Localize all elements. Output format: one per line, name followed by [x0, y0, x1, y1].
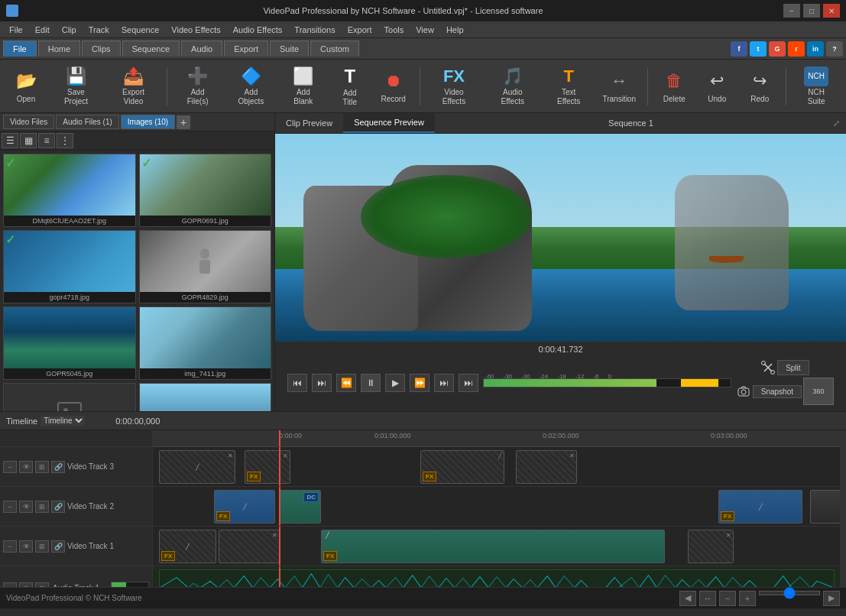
timeline-arrow-left[interactable]: ◀ [679, 591, 696, 606]
vt2-clip-3[interactable]: ╱ FX [718, 490, 802, 524]
close-button[interactable]: ✕ [823, 4, 840, 18]
add-media-tab-button[interactable]: + [177, 115, 190, 129]
track3-mute[interactable]: − [3, 461, 17, 473]
open-button[interactable]: 📂 Open [6, 63, 46, 109]
media-tool-btn-4[interactable]: ⋮ [57, 133, 73, 148]
media-item-8[interactable] [139, 383, 272, 411]
vt3-clip-3[interactable]: ╱ FX [420, 450, 504, 484]
menu-video-effects[interactable]: Video Effects [165, 24, 226, 36]
vt2-clip-4[interactable]: ✕ [810, 490, 840, 524]
rewind-start-button[interactable]: ⏮ [287, 374, 307, 392]
zoom-slider[interactable] [759, 591, 820, 595]
media-item-2[interactable]: ✓ GOPR0691.jpg [139, 154, 272, 227]
media-tab-audio-files[interactable]: Audio Files (1) [56, 115, 118, 129]
vt3-clip-4[interactable]: ✕ [516, 450, 577, 484]
media-item-1[interactable]: ✓ DMqt6ClUEAAO2ET.jpg [3, 154, 136, 227]
play-button[interactable]: ▶ [385, 374, 405, 392]
track3-lock[interactable]: 👁 [19, 461, 33, 473]
undo-button[interactable]: ↩ Undo [697, 63, 737, 109]
track2-lock[interactable]: 👁 [19, 501, 33, 513]
prev-marker-button[interactable]: ⏭ [312, 374, 332, 392]
audio-track-lock[interactable]: 👁 [19, 582, 33, 588]
clip-preview-tab[interactable]: Clip Preview [275, 114, 343, 132]
help-btn[interactable]: ? [826, 41, 843, 57]
track1-lock[interactable]: 👁 [19, 540, 33, 553]
maximize-button[interactable]: □ [803, 4, 820, 18]
video-effects-button[interactable]: FX Video Effects [426, 63, 482, 109]
sequence-preview-tab[interactable]: Sequence Preview [343, 113, 435, 133]
linkedin-btn[interactable]: in [807, 41, 824, 57]
media-item-4[interactable]: GOPR4829.jpg [139, 230, 272, 303]
track2-snap[interactable]: ⊞ [35, 501, 49, 513]
timeline-zoom-out[interactable]: − [719, 591, 736, 606]
delete-button[interactable]: 🗑 Delete [654, 63, 694, 109]
media-item-5[interactable]: GOPR5045.jpg [3, 306, 136, 380]
add-files-button[interactable]: ➕ Add File(s) [173, 63, 222, 109]
track1-link[interactable]: 🔗 [51, 540, 65, 553]
menu-edit[interactable]: Edit [29, 24, 56, 36]
add-title-button[interactable]: T Add Title [329, 63, 371, 109]
timeline-arrow-right[interactable]: ▶ [823, 591, 840, 606]
menu-transitions[interactable]: Transitions [288, 24, 341, 36]
timeline-zoom-in[interactable]: + [739, 591, 756, 606]
menu-clip[interactable]: Clip [56, 24, 83, 36]
menu-tools[interactable]: Tools [378, 24, 410, 36]
menu-sequence[interactable]: Sequence [115, 24, 166, 36]
facebook-btn[interactable]: f [731, 41, 747, 57]
redo-button[interactable]: ↪ Redo [740, 63, 780, 109]
track2-mute[interactable]: − [3, 501, 17, 513]
tab-export[interactable]: Export [224, 41, 268, 57]
twitter-btn[interactable]: t [750, 41, 767, 57]
tab-file[interactable]: File [3, 41, 37, 57]
record-button[interactable]: ⏺ Record [374, 63, 413, 109]
timeline-scrollbar[interactable] [840, 430, 846, 587]
track1-snap[interactable]: ⊞ [35, 540, 49, 553]
nch-suite-button[interactable]: NCH NCH Suite [793, 63, 840, 109]
tab-clips[interactable]: Clips [82, 41, 120, 57]
google-btn[interactable]: G [769, 41, 786, 57]
tab-custom[interactable]: Custom [310, 41, 359, 57]
save-project-button[interactable]: 💾 Save Project [49, 63, 103, 109]
vt1-clip-1[interactable]: ╱ FX [159, 530, 216, 563]
tab-audio[interactable]: Audio [181, 41, 222, 57]
vt3-clip-2[interactable]: ✕ FX [245, 450, 290, 484]
vt2-clip-1[interactable]: ╱ FX [214, 490, 275, 524]
media-tool-btn-3[interactable]: ≡ [38, 133, 55, 148]
media-item-3[interactable]: ✓ gopr4718.jpg [3, 230, 136, 303]
vt2-clip-2[interactable]: DC [279, 490, 321, 524]
pause-button[interactable]: ⏸ [361, 374, 381, 392]
split-button[interactable]: Split [777, 360, 809, 375]
btn-360[interactable]: 360 [803, 378, 834, 405]
vt1-last-clip[interactable]: ✕ [688, 530, 734, 563]
add-objects-button[interactable]: 🔷 Add Objects [225, 63, 277, 109]
tab-sequence[interactable]: Sequence [122, 41, 180, 57]
snapshot-button[interactable]: Snapshot [753, 385, 802, 398]
track2-link[interactable]: 🔗 [51, 501, 65, 513]
timeline-fit[interactable]: ↔ [699, 591, 716, 606]
volume-bar[interactable]: -60-36-30-24-18-12-60 [483, 378, 731, 387]
media-tool-btn-2[interactable]: ▦ [20, 133, 37, 148]
tab-home[interactable]: Home [38, 41, 80, 57]
next-marker-button[interactable]: ⏭ [434, 374, 454, 392]
reddit-btn[interactable]: r [788, 41, 805, 57]
menu-audio-effects[interactable]: Audio Effects [227, 24, 289, 36]
fast-forward-button[interactable]: ⏩ [410, 374, 429, 392]
menu-file[interactable]: File [3, 24, 29, 36]
menu-track[interactable]: Track [83, 24, 115, 36]
tracks-area[interactable]: 0:00:00 0:01:00.000 0:02:00.000 0:03:00.… [153, 430, 840, 587]
media-item-6[interactable]: img_7411.jpg [139, 306, 272, 380]
timeline-dropdown[interactable]: Timeline [41, 416, 85, 426]
transition-button[interactable]: ↔ Transition [597, 63, 641, 109]
track3-snap[interactable]: ⊞ [35, 461, 49, 473]
text-effects-button[interactable]: T Text Effects [543, 63, 594, 109]
track3-link[interactable]: 🔗 [51, 461, 65, 473]
minimize-button[interactable]: − [783, 4, 800, 18]
audio-track-snap[interactable]: ⊞ [35, 582, 49, 588]
media-tab-images[interactable]: Images (10) [121, 115, 175, 129]
menu-export[interactable]: Export [342, 24, 378, 36]
audio-vol-bar[interactable] [111, 582, 149, 588]
menu-view[interactable]: View [410, 24, 440, 36]
audio-track-mute[interactable]: − [3, 582, 17, 588]
rewind-button[interactable]: ⏪ [336, 374, 356, 392]
track1-mute[interactable]: − [3, 540, 17, 553]
